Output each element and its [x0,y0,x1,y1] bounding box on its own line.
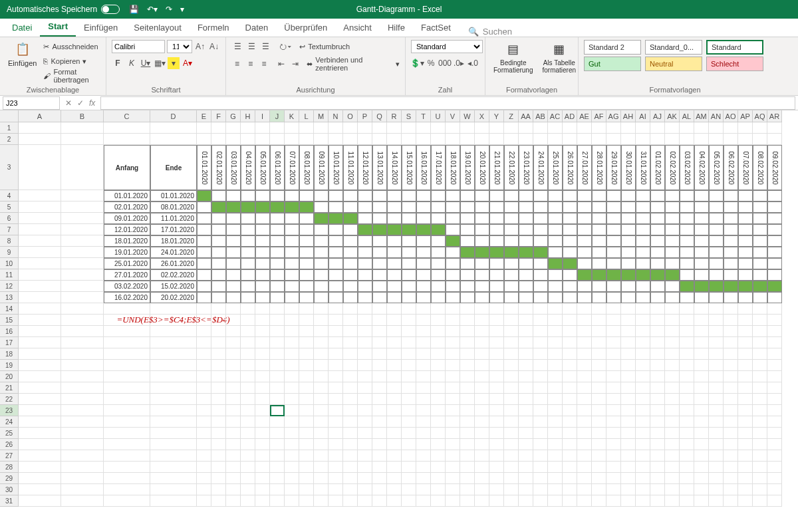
cell[interactable] [504,382,519,394]
cell[interactable] [460,405,475,416]
cell[interactable] [738,224,753,235]
cell[interactable] [709,258,724,269]
cell[interactable] [460,281,475,292]
cell[interactable] [104,371,150,382]
date-header[interactable]: 13.01.2020 [372,145,387,190]
cell[interactable] [621,371,636,382]
cell[interactable] [694,235,709,247]
cell[interactable] [255,269,270,281]
cell[interactable] [563,495,577,507]
date-header[interactable]: 29.01.2020 [606,145,621,190]
cell[interactable] [475,360,489,371]
cell[interactable] [504,473,519,484]
cell-style-neutral[interactable]: Neutral [645,57,702,71]
cell[interactable] [519,122,533,134]
cell[interactable] [650,190,665,201]
cell[interactable] [416,122,431,134]
cell[interactable] [665,394,680,405]
cell[interactable] [19,326,61,337]
cell[interactable] [197,281,211,292]
cell[interactable] [226,224,241,235]
date-header[interactable]: 01.01.2020 [197,145,211,190]
date-header[interactable]: 04.02.2020 [694,145,709,190]
cell[interactable] [387,382,402,394]
cell[interactable] [753,484,767,495]
cell[interactable] [19,190,61,201]
cell[interactable] [753,134,767,145]
cell[interactable] [241,134,255,145]
cell[interactable] [475,473,489,484]
cell[interactable] [299,484,314,495]
column-header-AM[interactable]: AM [694,110,709,122]
cell[interactable] [724,122,738,134]
cell[interactable] [767,473,782,484]
cell[interactable] [299,213,314,224]
column-header-I[interactable]: I [255,110,270,122]
cell[interactable] [753,201,767,213]
column-header-AE[interactable]: AE [577,110,592,122]
cell[interactable] [577,495,592,507]
cell[interactable] [197,428,211,439]
cell[interactable] [358,439,372,450]
cell[interactable] [636,360,650,371]
cell[interactable] [255,281,270,292]
cell[interactable] [372,122,387,134]
cell[interactable] [211,382,226,394]
cell[interactable] [241,360,255,371]
cell[interactable] [285,258,299,269]
cell[interactable] [504,303,519,315]
cell[interactable] [372,224,387,235]
cell[interactable] [606,281,621,292]
cell[interactable] [767,450,782,462]
cell[interactable] [636,292,650,303]
cell[interactable] [270,190,285,201]
cell[interactable] [533,201,548,213]
cell[interactable] [343,473,358,484]
cell[interactable]: 15.02.2020 [150,281,197,292]
cell[interactable] [416,326,431,337]
cell[interactable] [460,348,475,360]
cell[interactable] [197,473,211,484]
cell[interactable] [709,416,724,428]
date-header[interactable]: 10.01.2020 [329,145,343,190]
cell[interactable] [753,439,767,450]
cell[interactable] [709,281,724,292]
cell[interactable] [372,213,387,224]
cell[interactable]: 19.01.2020 [104,247,150,258]
fill-color-button[interactable]: ▾ [168,57,180,69]
cell[interactable] [694,122,709,134]
cell[interactable] [694,337,709,348]
row-header-13[interactable]: 13 [0,292,19,303]
cell[interactable] [548,247,563,258]
cell[interactable] [738,134,753,145]
cell[interactable] [314,405,329,416]
cell[interactable] [19,292,61,303]
cell[interactable] [270,371,285,382]
cell[interactable] [387,235,402,247]
cell[interactable] [665,382,680,394]
cell[interactable] [475,348,489,360]
cell[interactable] [460,484,475,495]
cell[interactable] [446,484,460,495]
cell[interactable] [255,235,270,247]
cell[interactable] [460,235,475,247]
cell[interactable] [636,326,650,337]
cell[interactable] [475,258,489,269]
cell[interactable] [533,303,548,315]
cell[interactable] [753,326,767,337]
cell[interactable] [431,337,446,348]
cell[interactable] [724,348,738,360]
row-header-25[interactable]: 25 [0,428,19,439]
row-header-26[interactable]: 26 [0,439,19,450]
cell[interactable] [577,484,592,495]
cell[interactable] [533,428,548,439]
percent-icon[interactable]: % [425,57,437,69]
cell[interactable] [150,450,197,462]
cell[interactable] [255,122,270,134]
tab-review[interactable]: Überprüfen [276,19,335,37]
cell[interactable] [387,281,402,292]
cell[interactable] [636,134,650,145]
cell[interactable] [636,439,650,450]
cell[interactable] [329,394,343,405]
cell[interactable] [709,315,724,326]
